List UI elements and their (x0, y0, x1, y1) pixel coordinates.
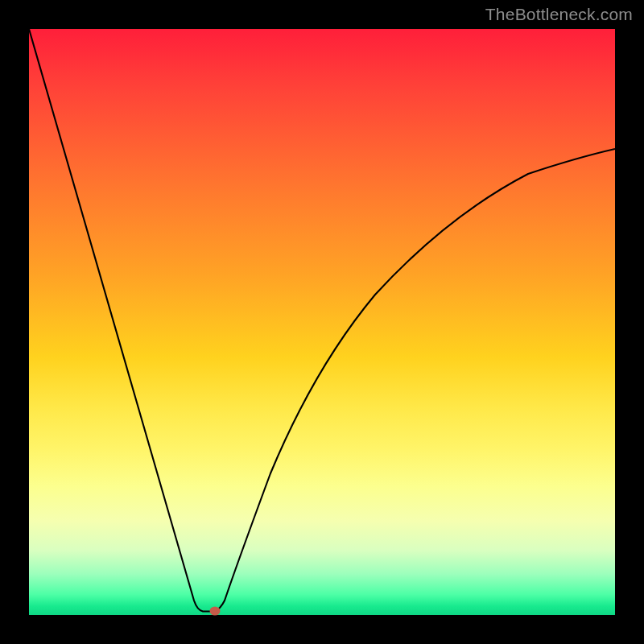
watermark-text: TheBottleneck.com (485, 5, 633, 24)
curve-path (29, 29, 615, 612)
bottleneck-marker (210, 607, 221, 616)
plot-area (29, 29, 615, 615)
chart-frame: TheBottleneck.com (0, 0, 644, 644)
bottleneck-curve (29, 29, 615, 615)
